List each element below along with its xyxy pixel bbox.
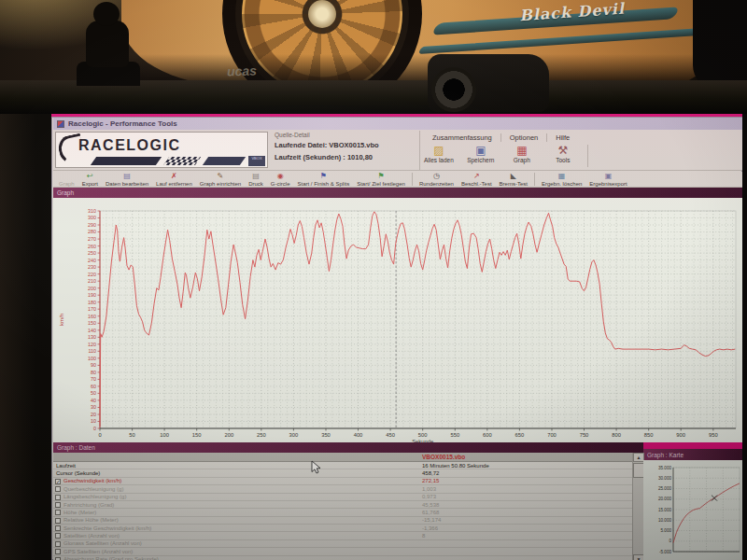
svg-text:900: 900 — [676, 432, 685, 438]
button-label: Daten bearbeiten — [106, 181, 148, 187]
graph-panel-caption[interactable]: Graph — [53, 188, 742, 198]
table-row[interactable]: Cursor (Sekunde)458,72 — [53, 469, 632, 477]
svg-text:100: 100 — [160, 432, 169, 438]
table-row[interactable]: Glonass Satelliten (Anzahl von) — [53, 540, 632, 548]
svg-text:140: 140 — [88, 328, 96, 333]
button-label: Graph — [514, 157, 530, 163]
map-panel[interactable]: -5.00005.00010.00015.00020.00025.00030.0… — [643, 460, 742, 560]
g-circle-button[interactable]: ◉G-circle — [271, 173, 290, 187]
table-row[interactable]: Abweichung Rate (Grad pro Sekunde) — [53, 556, 632, 560]
export-button[interactable]: ↩Export — [82, 173, 98, 187]
app-window: Racelogic - Performance Tools RACELOGIC … — [51, 117, 742, 560]
checkbox-unchecked-icon[interactable] — [55, 557, 61, 560]
speed-chart[interactable]: 0102030405060708090100110120130140150160… — [53, 198, 742, 442]
photo-of-monitor: Black Devil ucas Racelogic - Performance… — [0, 0, 747, 560]
brems-test-button[interactable]: ◣Brems-Test — [500, 173, 528, 187]
table-row[interactable]: Querbeschleunigung (g)1,003 — [53, 485, 632, 493]
tools-button[interactable]: ⚒Tools — [549, 144, 577, 163]
druck-button[interactable]: ▤Druck — [248, 173, 263, 187]
table-row[interactable]: Fahrtrichtung (Grad)45,538 — [53, 501, 632, 509]
table-row[interactable]: Relative Höhe (Meter)-15,174 — [53, 517, 632, 525]
button-label: Lauf entfernen — [156, 181, 192, 187]
checkbox-unchecked-icon[interactable] — [55, 525, 61, 531]
svg-text:230: 230 — [88, 264, 96, 270]
svg-text:400: 400 — [354, 432, 363, 438]
toolbar-separator — [412, 173, 413, 186]
svg-text:35.000: 35.000 — [658, 466, 671, 470]
table-row[interactable]: Höhe (Meter)61,768 — [53, 509, 632, 516]
checkbox-unchecked-icon[interactable] — [55, 533, 61, 539]
table-scrollbar[interactable]: ▲ ▼ — [632, 453, 643, 560]
channel-label: Laufzeit — [56, 463, 76, 469]
beschl-test-button[interactable]: ↗Beschl.-Test — [461, 173, 492, 187]
checkbox-unchecked-icon[interactable] — [55, 502, 61, 508]
flag-green-icon: ⚑ — [377, 173, 384, 180]
table-row[interactable]: Längsbeschleunigung (g)0,973 — [53, 494, 632, 501]
tab-hilfe[interactable]: Hilfe — [547, 133, 578, 142]
speed-graph-panel[interactable]: 0102030405060708090100110120130140150160… — [53, 198, 742, 442]
graph-button[interactable]: ▦Graph — [508, 144, 536, 163]
button-label: G-circle — [271, 181, 290, 187]
channel-table: VBOX0015.vbo Laufzeit16 Minuten 50.80 Se… — [53, 453, 632, 560]
svg-text:500: 500 — [418, 432, 428, 438]
monitor-right-bezel — [742, 114, 747, 560]
svg-text:150: 150 — [88, 320, 96, 326]
svg-text:750: 750 — [580, 432, 589, 438]
title-bar[interactable]: Racelogic - Performance Tools — [53, 118, 742, 130]
svg-text:170: 170 — [88, 306, 96, 312]
data-panel-caption[interactable]: Graph : Daten — [53, 442, 643, 453]
checkbox-unchecked-icon[interactable] — [55, 549, 61, 554]
tab-zusammenfassung[interactable]: Zusammenfassung — [424, 133, 501, 142]
svg-text:-5.000: -5.000 — [659, 550, 671, 554]
svg-text:200: 200 — [224, 432, 233, 438]
channel-value: 45,538 — [422, 502, 439, 508]
racelogic-logo: RACELOGIC VBOX — [55, 132, 268, 168]
current-file-label: Laufende Datei: VBOX0015.vbo — [275, 141, 416, 149]
channel-label: Querbeschleunigung (g) — [63, 486, 123, 492]
svg-text:15.000: 15.000 — [658, 508, 671, 512]
printer-icon: ▤ — [252, 173, 260, 180]
daten-bearbeiten-button[interactable]: ▤Daten bearbeiten — [106, 173, 148, 187]
checkbox-unchecked-icon[interactable] — [55, 541, 61, 547]
checkbox-unchecked-icon[interactable] — [55, 486, 61, 492]
map-chart[interactable]: -5.00005.00010.00015.00020.00025.00030.0… — [643, 460, 742, 560]
figurine-silhouette — [93, 2, 120, 26]
checkbox-checked-icon[interactable]: ✓ — [55, 479, 61, 484]
checkbox-unchecked-icon[interactable] — [55, 495, 61, 500]
checkbox-unchecked-icon[interactable] — [55, 518, 61, 524]
svg-text:0: 0 — [98, 432, 101, 438]
ergebn-loeschen-button[interactable]: ▦Ergebn. löschen — [542, 173, 582, 187]
checkbox-unchecked-icon[interactable] — [55, 510, 61, 515]
channel-value: 61,768 — [422, 510, 439, 515]
map-panel-caption[interactable]: Graph : Karte — [643, 449, 742, 460]
channel-label: GPS Satelliten (Anzahl von) — [63, 549, 133, 554]
button-label: Ergebn. löschen — [542, 181, 582, 187]
g-circle-icon: ◉ — [277, 173, 284, 180]
svg-text:600: 600 — [483, 432, 492, 438]
table-row[interactable]: Satelliten (Anzahl von)8 — [53, 532, 632, 539]
table-row[interactable]: ✓Geschwindigkeit (km/h)272,15 — [53, 478, 632, 485]
table-row[interactable]: Senkrechte Geschwindigkeit (km/h)-1,366 — [53, 525, 632, 532]
svg-text:800: 800 — [612, 432, 621, 438]
ergebnisexport-button[interactable]: ▣Ergebnisexport — [589, 173, 627, 187]
svg-text:60: 60 — [91, 384, 96, 389]
group-caption: Quelle-Detail — [275, 132, 416, 138]
svg-text:200: 200 — [88, 286, 96, 291]
svg-text:50: 50 — [91, 390, 96, 396]
svg-text:650: 650 — [515, 432, 525, 438]
table-row[interactable]: GPS Satelliten (Anzahl von) — [53, 548, 632, 555]
graph-einrichten-button[interactable]: ✎Graph einrichten — [200, 173, 241, 187]
rundenzeiten-button[interactable]: ◷Rundenzeiten — [419, 173, 454, 187]
svg-text:850: 850 — [644, 432, 654, 438]
table-row[interactable]: Laufzeit16 Minuten 50.80 Sekunde — [53, 462, 632, 469]
lauf-entfernen-button[interactable]: ✗Lauf entfernen — [156, 173, 192, 187]
speichern-button[interactable]: ▣Speichern — [467, 144, 495, 163]
svg-text:50: 50 — [129, 432, 134, 438]
results-export-icon: ▣ — [605, 173, 613, 180]
svg-text:25.000: 25.000 — [658, 486, 671, 491]
logo-bar — [91, 157, 162, 165]
tab-optionen[interactable]: Optionen — [501, 133, 547, 142]
start-ziel-festlegen-button[interactable]: ⚑Start/ Ziel festlegen — [357, 173, 405, 187]
alles-laden-button[interactable]: ▨Alles laden — [424, 144, 454, 163]
start-finish-splits-button[interactable]: ⚑Start / Finish & Splits — [297, 173, 349, 187]
